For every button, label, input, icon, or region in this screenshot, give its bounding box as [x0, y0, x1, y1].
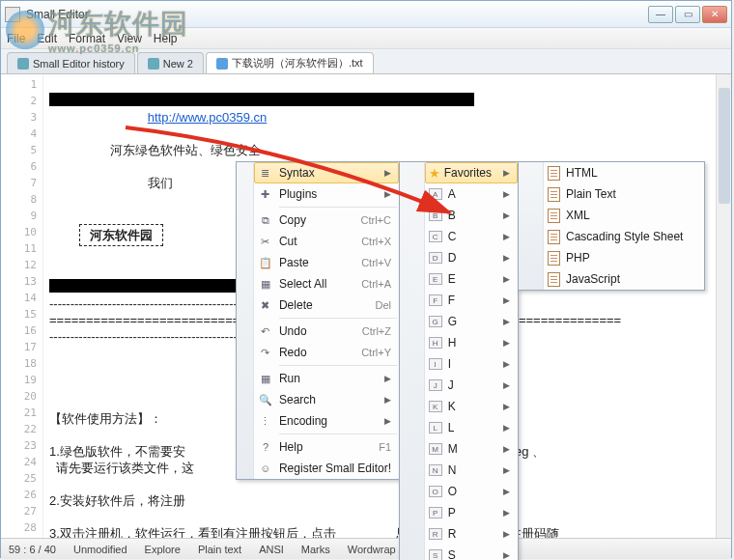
- menu-item-l[interactable]: LL▶: [425, 417, 518, 438]
- chevron-right-icon: ▶: [503, 380, 510, 390]
- menu-item-encoding[interactable]: ⋮Encoding▶: [254, 410, 399, 432]
- vertical-scrollbar[interactable]: [716, 74, 731, 538]
- tab-active[interactable]: 下载说明（河东软件园）.txt: [206, 52, 374, 73]
- menu-item-favorites[interactable]: ★Favorites▶: [425, 162, 518, 183]
- menu-item-xml[interactable]: XML: [544, 205, 704, 226]
- menu-item-paste[interactable]: 📋PasteCtrl+V: [254, 252, 399, 273]
- url-link[interactable]: http://www.pc0359.cn: [148, 110, 268, 125]
- titlebar[interactable]: Small Editor — ▭ ✕: [1, 1, 731, 28]
- status-explore[interactable]: Explore: [145, 544, 181, 555]
- tab-new2[interactable]: New 2: [137, 52, 204, 73]
- menu-item-label: Cascading Style Sheet: [566, 230, 696, 243]
- maximize-button[interactable]: ▭: [675, 6, 700, 23]
- menu-item-redo[interactable]: ↷RedoCtrl+Y: [254, 342, 399, 363]
- chevron-right-icon: ▶: [384, 395, 391, 405]
- document-icon: [548, 187, 560, 202]
- status-wordwrap[interactable]: Wordwrap: [348, 544, 396, 555]
- letter-box-icon: L: [429, 422, 442, 434]
- menu-item-i[interactable]: II▶: [425, 353, 518, 375]
- chevron-right-icon: ▶: [503, 317, 510, 326]
- status-marks[interactable]: Marks: [301, 544, 330, 555]
- text-line: 2.安装好软件后，将注册: [49, 493, 185, 508]
- status-modified[interactable]: Unmodified: [73, 544, 127, 555]
- menu-item-h[interactable]: HH▶: [425, 332, 518, 353]
- tab-label: Small Editor history: [33, 58, 125, 70]
- menu-item-plugins[interactable]: ✚Plugins▶: [254, 183, 399, 205]
- menu-item-r[interactable]: RR▶: [425, 523, 518, 545]
- favorites-submenu: HTMLPlain TextXMLCascading Style SheetPH…: [518, 161, 705, 291]
- menu-item-php[interactable]: PHP: [544, 247, 704, 268]
- menu-item-d[interactable]: DD▶: [425, 247, 518, 268]
- menu-item-register-small-editor-[interactable]: ☺Register Small Editor!: [254, 458, 399, 479]
- menu-help[interactable]: Help: [154, 32, 178, 45]
- menu-item-k[interactable]: KK▶: [425, 396, 518, 417]
- menu-file[interactable]: File: [7, 32, 25, 45]
- menu-item-select-all[interactable]: ▦Select AllCtrl+A: [254, 273, 399, 294]
- menu-item-help[interactable]: ?HelpF1: [254, 436, 399, 458]
- letter-box-icon: E: [429, 273, 442, 285]
- menu-item-undo[interactable]: ↶UndoCtrl+Z: [254, 321, 399, 342]
- menu-item-g[interactable]: GG▶: [425, 311, 518, 332]
- menu-view[interactable]: View: [117, 32, 142, 45]
- encoding-icon: ⋮: [258, 413, 273, 429]
- tab-history[interactable]: Small Editor history: [7, 52, 135, 73]
- file-icon: [216, 58, 228, 70]
- menu-item-label: N: [448, 463, 492, 477]
- minimize-button[interactable]: —: [648, 6, 673, 23]
- menu-item-e[interactable]: EE▶: [425, 268, 518, 290]
- chevron-right-icon: ▶: [503, 402, 510, 411]
- menu-item-javascript[interactable]: JavaScript: [544, 268, 704, 290]
- menu-item-label: PHP: [566, 251, 696, 265]
- menu-item-label: Search: [279, 393, 373, 406]
- chevron-right-icon: ▶: [503, 550, 510, 560]
- menu-item-p[interactable]: PP▶: [425, 502, 518, 523]
- menu-item-delete[interactable]: ✖DeleteDel: [254, 294, 399, 316]
- document-icon: [548, 251, 560, 266]
- letter-box-icon: O: [429, 486, 442, 497]
- menu-item-run[interactable]: ▦Run▶: [254, 368, 399, 389]
- menu-item-html[interactable]: HTML: [544, 162, 704, 183]
- menu-item-c[interactable]: CC▶: [425, 226, 518, 247]
- menu-format[interactable]: Format: [69, 32, 105, 45]
- chevron-right-icon: ▶: [503, 423, 510, 433]
- menu-edit[interactable]: Edit: [37, 32, 57, 45]
- menu-item-label: P: [448, 506, 492, 519]
- menu-item-label: Copy: [279, 213, 342, 227]
- menu-item-label: G: [448, 315, 492, 328]
- menu-item-syntax[interactable]: ≣Syntax▶: [254, 162, 399, 183]
- letter-box-icon: F: [429, 294, 442, 306]
- menu-item-cascading-style-sheet[interactable]: Cascading Style Sheet: [544, 226, 704, 247]
- chevron-right-icon: ▶: [503, 232, 510, 241]
- menu-item-f[interactable]: FF▶: [425, 290, 518, 311]
- menu-item-label: R: [448, 527, 492, 541]
- menu-item-label: Plugins: [279, 187, 373, 201]
- chevron-right-icon: ▶: [384, 416, 391, 426]
- menu-item-label: Help: [279, 440, 359, 454]
- chevron-right-icon: ▶: [503, 465, 510, 475]
- menu-item-plain-text[interactable]: Plain Text: [544, 183, 704, 205]
- chevron-right-icon: ▶: [503, 274, 510, 284]
- letter-box-icon: R: [429, 528, 442, 540]
- chevron-right-icon: ▶: [503, 359, 510, 369]
- line-gutter: 1234567891011121314151617181920212223242…: [1, 74, 43, 538]
- menu-item-n[interactable]: NN▶: [425, 460, 518, 481]
- menu-item-j[interactable]: JJ▶: [425, 375, 518, 396]
- menu-item-copy[interactable]: ⧉CopyCtrl+C: [254, 210, 399, 231]
- letter-box-icon: I: [429, 358, 442, 370]
- menu-item-s[interactable]: SS▶: [425, 545, 518, 560]
- status-filetype[interactable]: Plain text: [198, 544, 241, 555]
- puzzle-icon: ✚: [258, 186, 273, 202]
- menu-item-search[interactable]: 🔍Search▶: [254, 389, 399, 410]
- file-icon: [17, 58, 29, 70]
- close-button[interactable]: ✕: [702, 6, 727, 23]
- menu-item-b[interactable]: BB▶: [425, 205, 518, 226]
- syntax-submenu: ★Favorites▶AA▶BB▶CC▶DD▶EE▶FF▶GG▶HH▶II▶JJ…: [399, 161, 519, 560]
- menu-item-m[interactable]: MM▶: [425, 438, 518, 460]
- menu-item-o[interactable]: OO▶: [425, 481, 518, 502]
- scrollbar-thumb[interactable]: [719, 88, 730, 204]
- menu-shortcut: Ctrl+X: [361, 236, 391, 247]
- menu-item-cut[interactable]: ✂CutCtrl+X: [254, 231, 399, 252]
- status-encoding[interactable]: ANSI: [259, 544, 284, 555]
- menu-item-a[interactable]: AA▶: [425, 183, 518, 205]
- context-menu: ≣Syntax▶✚Plugins▶⧉CopyCtrl+C✂CutCtrl+X📋P…: [236, 161, 400, 480]
